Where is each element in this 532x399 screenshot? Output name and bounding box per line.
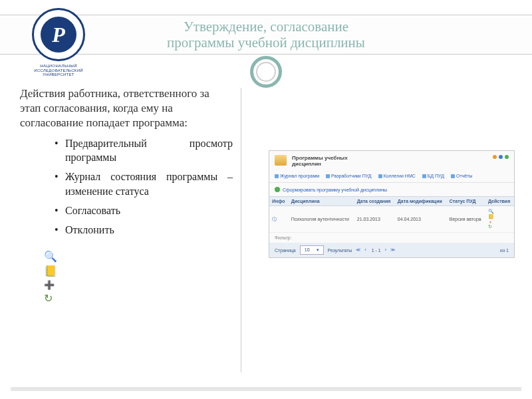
header-status-dots <box>493 155 509 159</box>
bullet-item: Предварительный просмотр программы <box>55 136 233 164</box>
col-discipline: Дисциплина <box>289 197 354 206</box>
dot-blue-icon <box>499 155 503 159</box>
plus-icon: ➕ <box>44 281 60 289</box>
dot-green-icon <box>505 155 509 159</box>
slide-title: Утверждение, согласование программы учеб… <box>167 19 365 51</box>
col-actions: Действия <box>485 197 514 206</box>
magnifier-icon: 🔍 <box>44 251 60 262</box>
logo-caption: НАЦИОНАЛЬНЫЙ ИССЛЕДОВАТЕЛЬСКИЙ УНИВЕРСИТ… <box>19 64 98 77</box>
title-line1: Утверждение, согласование <box>184 19 348 35</box>
row-journal-icon[interactable]: 📒 <box>488 214 511 219</box>
journal-icon: 📒 <box>44 266 60 277</box>
decorative-ring-icon <box>250 56 282 88</box>
bullet-item: Журнал состояния программы – изменение с… <box>55 170 233 198</box>
pager-next-icons[interactable]: › ≫ <box>385 247 396 253</box>
tab-journal[interactable]: Журнал программ <box>275 174 319 178</box>
tab-developers[interactable]: Разработчики ПУД <box>326 174 372 178</box>
refresh-icon: ↻ <box>44 293 60 304</box>
intro-paragraph: Действия работника, ответственного за эт… <box>20 86 233 130</box>
left-column: Действия работника, ответственного за эт… <box>20 86 233 242</box>
col-status: Статус ПУД <box>447 197 485 206</box>
filter-row: Фильтр: <box>269 233 514 243</box>
cell-info[interactable]: ⓘ <box>269 206 289 233</box>
page-select[interactable]: 10 ▾ <box>300 245 324 255</box>
tab-db[interactable]: БД ПУД <box>422 174 444 178</box>
screenshot-tabs: Журнал программ Разработчики ПУД Коллеги… <box>269 171 514 183</box>
pager-bar: Страница 10 ▾ Результаты ≪ ‹ 1 - 1 › ≫ и… <box>269 243 514 257</box>
pager-results-label: Результаты <box>328 248 352 253</box>
bullet-list: Предварительный просмотр программы Журна… <box>55 136 233 237</box>
col-info: Инфо <box>269 197 289 206</box>
slide: Утверждение, согласование программы учеб… <box>0 0 532 399</box>
pager-total: из 1 <box>500 248 509 253</box>
pager-range: 1 - 1 <box>372 248 381 253</box>
cell-actions[interactable]: 🔍 📒 ＋ ↻ <box>485 206 514 233</box>
row-plus-icon[interactable]: ＋ <box>488 219 511 225</box>
create-program-link[interactable]: Сформировать программу учебной дисциплин… <box>269 183 514 196</box>
bullet-icons-column: 🔍 📒 ➕ ↻ <box>44 251 60 308</box>
tab-collegium[interactable]: Коллегии НМС <box>378 174 416 178</box>
table-row: ⓘ Психология аутентичности 21.03.2013 04… <box>269 206 514 233</box>
pager-page-label: Страница <box>275 248 296 253</box>
embedded-screenshot: Программы учебных дисциплин Журнал прогр… <box>269 150 515 258</box>
cell-created: 21.03.2013 <box>354 206 395 233</box>
bullet-item: Согласовать <box>55 203 233 217</box>
vertical-divider <box>241 88 241 372</box>
title-line2: программы учебной дисциплины <box>167 35 365 51</box>
row-refresh-icon[interactable]: ↻ <box>488 224 511 229</box>
cell-modified: 04.04.2013 <box>395 206 447 233</box>
programs-table: Инфо Дисциплина Дата создания Дата модиф… <box>269 196 514 233</box>
row-magnifier-icon[interactable]: 🔍 <box>488 209 511 214</box>
footer-band <box>11 387 521 391</box>
hse-logo-icon: Р <box>32 8 85 61</box>
tab-reports[interactable]: Отчёты <box>451 174 472 178</box>
col-modified: Дата модификации <box>395 197 447 206</box>
chevron-down-icon: ▾ <box>317 246 319 254</box>
bullet-item: Отклонить <box>55 223 233 237</box>
cell-status: Версия автора <box>447 206 485 233</box>
dot-orange-icon <box>493 155 497 159</box>
pager-prev-icons[interactable]: ≪ ‹ <box>356 247 367 253</box>
folder-icon <box>275 155 287 166</box>
col-created: Дата создания <box>354 197 395 206</box>
cell-discipline: Психология аутентичности <box>289 206 354 233</box>
logo-letter: Р <box>41 17 76 53</box>
screenshot-heading: Программы учебных дисциплин <box>292 155 348 167</box>
logo-block: Р НАЦИОНАЛЬНЫЙ ИССЛЕДОВАТЕЛЬСКИЙ УНИВЕРС… <box>19 8 98 77</box>
right-column: Программы учебных дисциплин Журнал прогр… <box>269 150 515 258</box>
